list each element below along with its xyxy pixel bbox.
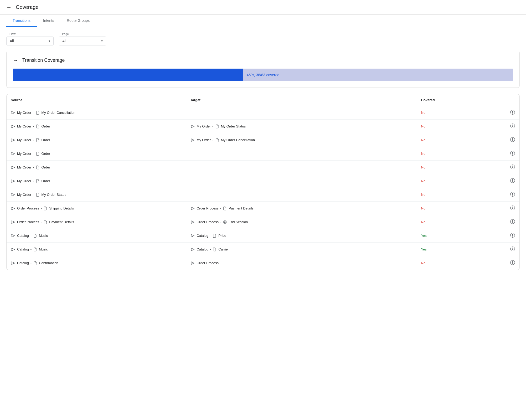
- source-cell: My Order - Order: [7, 174, 186, 188]
- action-cell[interactable]: [478, 133, 519, 147]
- svg-line-21: [192, 126, 194, 127]
- cell-content: My Order - My Order Status: [11, 192, 182, 197]
- flow-icon: [190, 247, 195, 252]
- svg-point-54: [14, 167, 15, 168]
- covered-cell: No: [417, 147, 478, 161]
- back-button[interactable]: ←: [6, 4, 12, 10]
- flow-filter-label: Flow: [6, 32, 54, 35]
- svg-line-30: [12, 139, 14, 140]
- filters-row: Flow All ▾ Page All ▾: [0, 27, 526, 51]
- tab-intents[interactable]: Intents: [37, 15, 60, 27]
- flow-filter-select[interactable]: All ▾: [6, 37, 54, 45]
- svg-point-139: [191, 250, 192, 251]
- page-filter-select[interactable]: All ▾: [59, 37, 106, 45]
- svg-point-116: [11, 234, 12, 235]
- action-cell[interactable]: [478, 174, 519, 188]
- svg-point-33: [191, 141, 192, 142]
- svg-point-17: [191, 127, 192, 128]
- cell-content: My Order - Order: [11, 179, 182, 183]
- info-icon[interactable]: [510, 219, 515, 224]
- info-icon[interactable]: [510, 233, 515, 238]
- covered-cell: No: [417, 215, 478, 229]
- svg-point-99: [11, 223, 12, 224]
- source-cell: My Order - Order: [7, 120, 186, 133]
- coverage-card: → Transition Coverage 46%, 38/83 covered: [6, 51, 520, 88]
- target-cell: [186, 188, 417, 202]
- svg-point-0: [11, 111, 12, 112]
- action-cell[interactable]: [478, 243, 519, 256]
- svg-point-82: [11, 207, 12, 208]
- page-icon: [36, 165, 40, 170]
- cell-content: Order Process - End Session: [190, 220, 412, 224]
- info-icon[interactable]: [510, 123, 515, 129]
- transitions-table-container: Source Target Covered My Order - My Orde…: [6, 94, 520, 270]
- info-icon[interactable]: [510, 110, 515, 115]
- action-cell[interactable]: [478, 256, 519, 270]
- tab-route-groups[interactable]: Route Groups: [60, 15, 96, 27]
- cell-page-name: Price: [218, 234, 226, 238]
- svg-line-159: [192, 263, 194, 264]
- covered-cell: Yes: [417, 229, 478, 243]
- svg-point-133: [11, 250, 12, 251]
- transition-arrow-icon: →: [13, 57, 18, 63]
- info-icon[interactable]: [510, 260, 515, 265]
- page-icon: [36, 111, 40, 115]
- page-icon: [33, 234, 37, 238]
- info-icon[interactable]: [510, 151, 515, 156]
- table-row: My Order - Order My Order - My Order Can…: [7, 133, 519, 147]
- source-cell: Catalog - Music: [7, 229, 186, 243]
- svg-line-15: [12, 126, 14, 127]
- action-cell[interactable]: [478, 188, 519, 202]
- cell-flow-name: Order Process: [17, 206, 39, 210]
- action-cell[interactable]: [478, 147, 519, 161]
- svg-line-56: [12, 166, 14, 167]
- svg-line-31: [12, 140, 14, 141]
- action-cell[interactable]: [478, 106, 519, 120]
- svg-point-83: [11, 209, 12, 210]
- covered-value: No: [421, 152, 426, 156]
- svg-point-50: [512, 152, 513, 153]
- cell-content: My Order - My Order Status: [190, 124, 412, 129]
- target-cell: [186, 147, 417, 161]
- info-icon[interactable]: [510, 192, 515, 197]
- svg-point-44: [14, 153, 15, 154]
- covered-cell: No: [417, 120, 478, 133]
- cell-page-name: Order: [42, 165, 50, 169]
- svg-point-64: [14, 181, 15, 181]
- svg-line-108: [192, 221, 194, 222]
- source-cell: My Order - Order: [7, 161, 186, 174]
- cell-flow-name: My Order: [17, 152, 31, 156]
- flow-icon: [11, 247, 16, 252]
- table-row: My Order - Order No: [7, 174, 519, 188]
- action-cell[interactable]: [478, 161, 519, 174]
- target-cell: My Order - My Order Status: [186, 120, 417, 133]
- svg-point-88: [191, 207, 192, 208]
- page-icon: [43, 220, 48, 224]
- action-cell[interactable]: [478, 215, 519, 229]
- covered-value: No: [421, 124, 426, 128]
- action-cell[interactable]: [478, 120, 519, 133]
- info-icon[interactable]: [510, 178, 515, 183]
- info-icon[interactable]: [510, 137, 515, 142]
- info-icon[interactable]: [510, 246, 515, 252]
- cell-flow-name: My Order: [17, 193, 31, 197]
- tab-transitions[interactable]: Transitions: [6, 15, 37, 27]
- cell-flow-name: Order Process: [197, 220, 219, 224]
- info-icon[interactable]: [510, 164, 515, 170]
- svg-line-20: [192, 125, 194, 126]
- table-row: Catalog - Confirmation Order Process No: [7, 256, 519, 270]
- svg-line-76: [12, 193, 14, 194]
- svg-point-138: [191, 248, 192, 249]
- action-cell[interactable]: [478, 202, 519, 215]
- page-filter-group: Page All ▾: [59, 32, 106, 45]
- cell-page-name: Shipping Details: [49, 206, 74, 210]
- info-icon[interactable]: [510, 205, 515, 211]
- cell-flow-name: Catalog: [17, 261, 29, 265]
- svg-point-155: [191, 264, 192, 265]
- svg-point-11: [11, 127, 12, 128]
- action-cell[interactable]: [478, 229, 519, 243]
- cell-flow-name: My Order: [17, 179, 31, 183]
- table-row: Catalog - Music Catalog - Price Yes: [7, 229, 519, 243]
- flow-icon: [11, 151, 16, 156]
- svg-point-18: [194, 126, 194, 127]
